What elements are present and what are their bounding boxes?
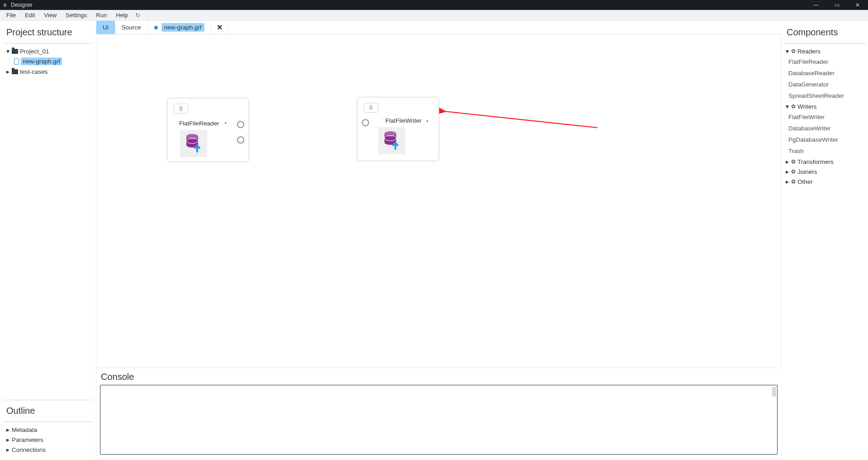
node-flatfilewriter[interactable]: 0 FlatFileWriter ▪: [357, 97, 439, 161]
minimize-button[interactable]: —: [806, 2, 826, 8]
outline-title: Outline: [4, 403, 92, 421]
database-up-icon: [180, 130, 207, 157]
node-flatfilereader[interactable]: 0 FlatFileReader ▪: [167, 98, 249, 162]
group-label: Other: [797, 178, 813, 185]
node-title: FlatFileWriter: [385, 117, 422, 124]
menu-settings[interactable]: Settings: [61, 11, 91, 19]
tab-ui[interactable]: Ui: [96, 21, 115, 34]
outline-metadata[interactable]: ▸ Metadata: [4, 425, 92, 435]
divider: [4, 422, 92, 422]
gear-icon: ✿: [791, 48, 796, 54]
scrollbar-thumb[interactable]: [772, 387, 776, 397]
outline-item-label: Parameters: [12, 436, 43, 443]
node-title: FlatFileReader: [179, 120, 219, 127]
component-databasereader[interactable]: DatabaseReader: [788, 67, 866, 79]
tab-close-button[interactable]: ✕: [211, 21, 228, 34]
refresh-icon[interactable]: ↻: [135, 12, 140, 19]
component-datagenerator[interactable]: DataGenerator: [788, 79, 866, 90]
caret-down-icon: ▾: [785, 48, 789, 55]
node-menu-icon[interactable]: ▪: [427, 118, 429, 124]
gear-icon: ✿: [791, 168, 796, 175]
divider: [784, 43, 866, 43]
caret-right-icon: ▸: [5, 446, 10, 453]
outline-item-label: Metadata: [12, 426, 37, 433]
component-spreadsheetreader[interactable]: SpreadSheetReader: [788, 90, 866, 101]
svg-line-6: [445, 111, 598, 128]
group-label: Readers: [797, 48, 821, 55]
gear-icon: ✿: [791, 158, 796, 165]
node-phase-badge: 0: [364, 103, 378, 113]
tab-file[interactable]: new-graph.grf: [148, 21, 211, 34]
console-title: Console: [100, 372, 778, 385]
output-port-1[interactable]: [237, 136, 244, 144]
caret-right-icon: ▸: [785, 168, 789, 175]
editor-area: Ui Source new-graph.grf ✕ 0 FlatFileRead…: [96, 21, 781, 460]
maximize-button[interactable]: ▭: [826, 2, 847, 8]
project-root-label: Project_01: [20, 48, 49, 55]
outline-item-label: Connections: [12, 446, 46, 453]
project-root[interactable]: ▾ Project_01: [4, 46, 92, 56]
project-file[interactable]: new-graph.grf: [12, 56, 92, 67]
caret-right-icon: ▸: [5, 426, 10, 433]
window-title: Designer: [10, 2, 806, 8]
menu-edit[interactable]: Edit: [20, 11, 39, 19]
menu-file[interactable]: File: [2, 11, 20, 19]
input-port-0[interactable]: [362, 119, 369, 126]
menu-bar: File Edit View Settings Run Help ↻: [0, 10, 868, 21]
component-databasewriter[interactable]: DatabaseWriter: [788, 123, 866, 134]
modified-dot-icon: [154, 26, 158, 29]
gear-icon: ✿: [791, 178, 796, 185]
divider: [4, 43, 92, 43]
components-panel: Components ▾ ✿ Readers FlatFileReader Da…: [781, 21, 868, 460]
group-other[interactable]: ▸ ✿ Other: [784, 177, 866, 187]
app-icon: e: [0, 2, 10, 8]
annotation-arrow: [439, 106, 602, 133]
outline-parameters[interactable]: ▸ Parameters: [4, 435, 92, 445]
database-up-icon: [378, 127, 405, 154]
tab-file-label: new-graph.grf: [161, 23, 204, 32]
caret-right-icon: ▸: [5, 436, 10, 443]
component-trash[interactable]: Trash: [788, 145, 866, 157]
console-output[interactable]: [100, 385, 778, 455]
component-flatfilewriter[interactable]: FlatFileWriter: [788, 111, 866, 123]
group-joiners[interactable]: ▸ ✿ Joiners: [784, 167, 866, 177]
folder-label: test-cases: [20, 68, 48, 75]
group-writers[interactable]: ▾ ✿ Writers: [784, 101, 866, 111]
titlebar: e Designer — ▭ ✕: [0, 0, 868, 10]
caret-right-icon: ▸: [785, 158, 789, 165]
project-structure-title: Project structure: [4, 24, 92, 42]
tab-source[interactable]: Source: [115, 21, 148, 34]
tab-strip: Ui Source new-graph.grf ✕: [96, 21, 781, 34]
gear-icon: ✿: [791, 103, 796, 110]
caret-down-icon: ▾: [5, 48, 10, 55]
file-icon: [14, 58, 19, 65]
group-label: Writers: [797, 103, 817, 110]
menu-run[interactable]: Run: [91, 11, 111, 19]
caret-right-icon: ▸: [785, 178, 789, 185]
caret-down-icon: ▾: [785, 103, 789, 110]
group-label: Transformers: [797, 158, 834, 165]
project-folder-testcases[interactable]: ▸ test-cases: [4, 67, 92, 77]
outline-connections[interactable]: ▸ Connections: [4, 445, 92, 455]
left-panel: Project structure ▾ Project_01 new-graph…: [0, 21, 96, 460]
folder-icon: [12, 69, 18, 74]
menu-view[interactable]: View: [39, 11, 61, 19]
caret-right-icon: ▸: [5, 68, 10, 75]
project-file-label: new-graph.grf: [21, 58, 62, 65]
menu-help[interactable]: Help: [111, 11, 133, 19]
components-title: Components: [784, 24, 866, 42]
output-port-0[interactable]: [237, 121, 244, 128]
close-window-button[interactable]: ✕: [847, 2, 868, 8]
divider: [4, 400, 92, 400]
console-panel: Console: [96, 368, 781, 460]
graph-canvas[interactable]: 0 FlatFileReader ▪ 0 Fl: [96, 34, 781, 368]
group-transformers[interactable]: ▸ ✿ Transformers: [784, 157, 866, 167]
group-readers[interactable]: ▾ ✿ Readers: [784, 46, 866, 56]
folder-icon: [12, 49, 18, 54]
node-menu-icon[interactable]: ▪: [225, 120, 227, 125]
component-pgdatabasewriter[interactable]: PgDatabaseWriter: [788, 134, 866, 145]
component-flatfilereader[interactable]: FlatFileReader: [788, 56, 866, 67]
group-label: Joiners: [797, 168, 817, 175]
node-phase-badge: 0: [174, 104, 188, 114]
